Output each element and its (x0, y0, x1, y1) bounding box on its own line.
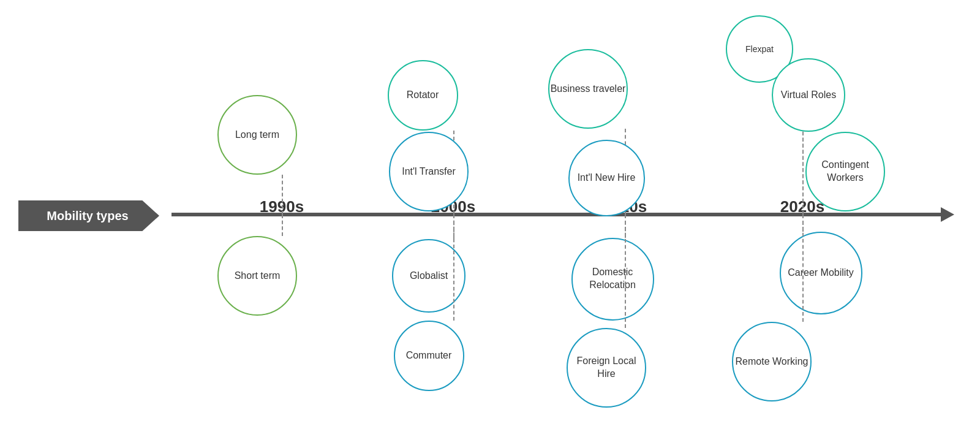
circle-foreign-local-hire: Foreign Local Hire (567, 328, 646, 408)
circle-globalist: Globalist (392, 239, 466, 313)
circle-short-term: Short term (217, 236, 297, 316)
circle-rotator: Rotator (388, 60, 458, 131)
connector-short-term (282, 215, 283, 236)
circle-remote-working: Remote Working (732, 322, 812, 401)
diagram-container: Mobility types 1990s2000s2010s2020sLong … (0, 0, 980, 426)
circle-commuter: Commuter (394, 321, 464, 391)
connector-commuter (453, 215, 454, 321)
connector-foreign-local-hire (625, 215, 626, 328)
connector-long-term (282, 175, 283, 215)
circle-long-term: Long term (217, 95, 297, 175)
circle-contingent-workers: Contingent Workers (805, 132, 885, 211)
circle-domestic-relocation: Domestic Relocation (571, 238, 654, 321)
circle-career-mobility: Career Mobility (780, 232, 862, 314)
circle-intl-transfer: Int'l Transfer (389, 132, 469, 211)
circle-intl-new-hire: Int'l New Hire (568, 140, 645, 216)
circle-business-traveler: Business traveler (548, 49, 628, 129)
circle-virtual-roles: Virtual Roles (772, 58, 845, 132)
mobility-label: Mobility types (18, 200, 159, 231)
connector-virtual-roles (802, 132, 804, 215)
connector-remote-working (802, 215, 804, 322)
